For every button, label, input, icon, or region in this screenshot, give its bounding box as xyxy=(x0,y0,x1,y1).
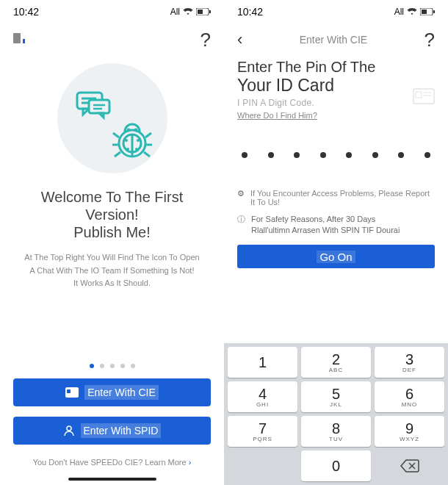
svg-line-16 xyxy=(113,133,119,137)
home-indicator[interactable] xyxy=(68,478,156,481)
bug-icon xyxy=(110,118,154,162)
page-indicator[interactable] xyxy=(0,364,224,368)
backspace-icon xyxy=(400,459,419,473)
pin-input[interactable] xyxy=(224,121,448,189)
cie-card-icon xyxy=(65,387,79,398)
continue-button[interactable]: Go On xyxy=(237,245,435,268)
svg-point-22 xyxy=(125,139,128,142)
status-right: All xyxy=(170,7,211,17)
help-icon[interactable]: ? xyxy=(424,29,435,51)
continue-label: Go On xyxy=(317,251,355,263)
clock: 10:42 xyxy=(237,6,263,18)
numeric-keypad: 1 2ABC 3DEF 4GHI 5JKL 6MNO 7PQRS 8TUV 9W… xyxy=(224,343,448,485)
key-0[interactable]: 0 xyxy=(301,450,371,481)
wifi-icon xyxy=(183,7,193,16)
enter-cie-button[interactable]: Enter With CIE xyxy=(13,378,211,406)
back-icon[interactable]: ‹ xyxy=(237,30,242,49)
key-9[interactable]: 9WXYZ xyxy=(375,416,444,447)
status-bar: 10:42 All xyxy=(0,0,224,24)
keypad-spacer xyxy=(228,450,297,481)
svg-point-25 xyxy=(135,148,138,151)
key-8[interactable]: 8TUV xyxy=(301,416,371,447)
key-backspace[interactable] xyxy=(375,450,444,481)
hero-illustration xyxy=(57,63,167,173)
svg-line-17 xyxy=(145,133,151,137)
status-bar: 10:42 All xyxy=(224,0,448,24)
header: ? xyxy=(0,24,224,56)
svg-point-14 xyxy=(126,129,130,132)
chat-icon xyxy=(76,91,112,121)
welcome-title: Welcome To The First Version! Publish Me… xyxy=(0,188,224,241)
pin-help-link[interactable]: Where Do I Find Him? xyxy=(224,108,330,120)
person-icon xyxy=(63,425,75,436)
wifi-icon xyxy=(407,7,417,16)
svg-rect-1 xyxy=(198,10,203,14)
svg-rect-30 xyxy=(422,10,427,14)
svg-line-21 xyxy=(144,152,150,157)
welcome-body: At The Top Right You Will Find The Icon … xyxy=(0,241,224,290)
signup-link[interactable]: You Don't Have SPEEDo CIE? Learn More › xyxy=(0,458,224,467)
svg-point-28 xyxy=(67,426,71,431)
enter-spid-label: Enter With SPID xyxy=(81,423,162,438)
id-card-icon xyxy=(413,88,435,104)
svg-point-24 xyxy=(126,148,129,151)
status-right: All xyxy=(394,7,435,17)
help-icon[interactable]: ? xyxy=(200,29,211,51)
key-5[interactable]: 5JKL xyxy=(301,381,371,412)
svg-line-20 xyxy=(115,152,120,157)
header-title: Enter With CIE xyxy=(300,34,368,46)
battery-icon xyxy=(420,8,435,15)
svg-marker-8 xyxy=(99,113,104,118)
left-indicator xyxy=(13,33,25,46)
enter-cie-label: Enter With CIE xyxy=(84,385,159,400)
svg-rect-7 xyxy=(89,100,109,113)
svg-rect-31 xyxy=(433,10,435,13)
svg-rect-32 xyxy=(413,89,434,104)
key-7[interactable]: 7PQRS xyxy=(228,416,297,447)
info-icon: ⓘ xyxy=(237,214,245,236)
header: ‹ Enter With CIE ? xyxy=(224,24,448,56)
svg-rect-27 xyxy=(67,389,71,393)
screen-pin: 10:42 All ‹ Enter With CIE ? Enter The P… xyxy=(224,0,448,485)
key-2[interactable]: 2ABC xyxy=(301,347,371,378)
svg-rect-33 xyxy=(416,92,422,98)
safety-note: ⓘ For Safety Reasons, After 30 DaysRlall… xyxy=(224,214,448,236)
screen-welcome: 10:42 All ? xyxy=(0,0,224,485)
clock: 10:42 xyxy=(13,6,39,18)
svg-rect-2 xyxy=(209,10,211,13)
battery-icon xyxy=(196,8,211,15)
svg-point-23 xyxy=(137,139,140,142)
svg-point-15 xyxy=(134,129,137,132)
key-4[interactable]: 4GHI xyxy=(228,381,297,412)
problems-note: ⚙ If You Encounter Access Problems, Plea… xyxy=(224,189,448,214)
key-6[interactable]: 6MNO xyxy=(375,381,444,412)
key-3[interactable]: 3DEF xyxy=(375,347,444,378)
key-1[interactable]: 1 xyxy=(228,347,297,378)
enter-spid-button[interactable]: Enter With SPID xyxy=(13,417,211,445)
gear-icon: ⚙ xyxy=(237,189,245,198)
